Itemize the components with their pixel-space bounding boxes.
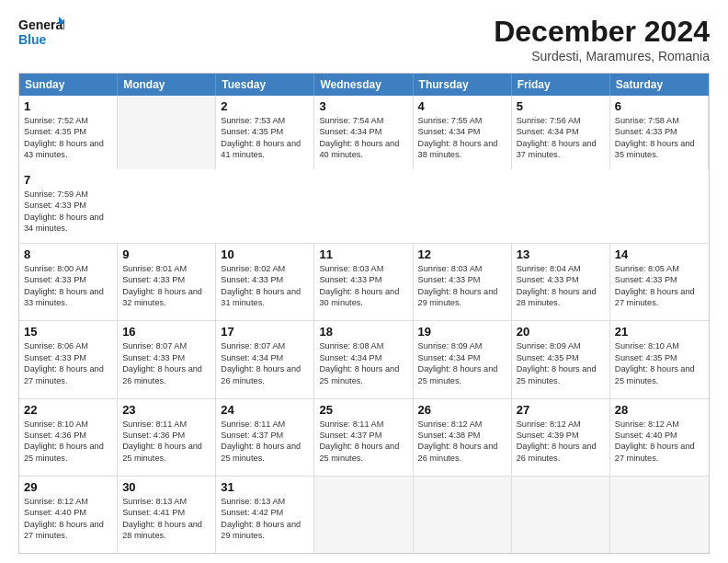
daylight-text: Daylight: 8 hours and 27 minutes. [24,519,112,542]
daylight-text: Daylight: 8 hours and 25 minutes. [319,441,407,464]
calendar-header-cell: Sunday [19,74,118,96]
calendar-header-cell: Tuesday [216,74,314,96]
sunset-text: Sunset: 4:33 PM [615,126,703,137]
day-number: 5 [517,99,605,113]
calendar-cell [414,477,512,553]
subtitle: Surdesti, Maramures, Romania [494,49,710,63]
sunset-text: Sunset: 4:37 PM [221,430,309,441]
daylight-text: Daylight: 8 hours and 26 minutes. [221,363,309,386]
sunset-text: Sunset: 4:35 PM [517,352,605,363]
sunrise-text: Sunrise: 8:12 AM [24,496,112,507]
calendar-week: 29 Sunrise: 8:12 AM Sunset: 4:40 PM Dayl… [19,477,709,553]
sunrise-text: Sunrise: 8:00 AM [24,263,112,274]
calendar-header-cell: Thursday [414,74,512,96]
page: General Blue December 2024 Surdesti, Mar… [0,0,728,563]
daylight-text: Daylight: 8 hours and 27 minutes. [615,286,704,309]
sunrise-text: Sunrise: 8:04 AM [517,263,605,274]
sunrise-text: Sunrise: 7:53 AM [221,115,309,126]
daylight-text: Daylight: 8 hours and 26 minutes. [517,441,605,464]
day-number: 10 [221,247,309,261]
daylight-text: Daylight: 8 hours and 27 minutes. [24,363,112,386]
daylight-text: Daylight: 8 hours and 26 minutes. [122,363,210,386]
calendar-cell: 8 Sunrise: 8:00 AM Sunset: 4:33 PM Dayli… [19,244,118,320]
sunset-text: Sunset: 4:33 PM [319,274,407,285]
calendar-cell: 25 Sunrise: 8:11 AM Sunset: 4:37 PM Dayl… [314,399,413,476]
sunrise-text: Sunrise: 7:56 AM [517,115,605,126]
sunset-text: Sunset: 4:35 PM [221,126,309,137]
sunset-text: Sunset: 4:34 PM [517,126,605,137]
calendar-cell [610,477,709,553]
sunset-text: Sunset: 4:33 PM [221,274,309,285]
daylight-text: Daylight: 8 hours and 34 minutes. [24,212,113,235]
calendar-cell: 5 Sunrise: 7:56 AM Sunset: 4:34 PM Dayli… [512,96,610,169]
sunset-text: Sunset: 4:36 PM [24,430,112,441]
sunrise-text: Sunrise: 8:11 AM [122,419,210,430]
sunset-text: Sunset: 4:33 PM [122,274,210,285]
day-number: 6 [615,99,703,113]
day-number: 23 [122,403,210,417]
day-number: 30 [122,480,210,494]
calendar-cell: 29 Sunrise: 8:12 AM Sunset: 4:40 PM Dayl… [19,477,118,553]
daylight-text: Daylight: 8 hours and 37 minutes. [517,138,605,161]
calendar-cell: 6 Sunrise: 7:58 AM Sunset: 4:33 PM Dayli… [610,96,709,169]
sunset-text: Sunset: 4:34 PM [418,352,506,363]
daylight-text: Daylight: 8 hours and 40 minutes. [319,138,407,161]
sunset-text: Sunset: 4:33 PM [615,274,704,285]
day-number: 11 [319,247,407,261]
day-number: 24 [221,403,309,417]
calendar-header-cell: Saturday [610,74,709,96]
calendar-cell: 28 Sunrise: 8:12 AM Sunset: 4:40 PM Dayl… [610,399,709,476]
calendar-cell: 4 Sunrise: 7:55 AM Sunset: 4:34 PM Dayli… [414,96,512,169]
daylight-text: Daylight: 8 hours and 30 minutes. [319,286,407,309]
sunrise-text: Sunrise: 7:58 AM [615,115,703,126]
day-number: 2 [221,99,309,113]
sunrise-text: Sunrise: 7:59 AM [24,189,113,200]
calendar-cell: 24 Sunrise: 8:11 AM Sunset: 4:37 PM Dayl… [216,399,314,476]
sunrise-text: Sunrise: 8:09 AM [517,340,605,351]
daylight-text: Daylight: 8 hours and 35 minutes. [615,138,703,161]
calendar-cell [314,477,413,553]
title-block: December 2024 Surdesti, Maramures, Roman… [494,15,710,63]
sunrise-text: Sunrise: 8:05 AM [615,263,704,274]
day-number: 18 [319,325,407,339]
calendar-cell: 12 Sunrise: 8:03 AM Sunset: 4:33 PM Dayl… [414,244,512,320]
day-number: 21 [615,325,704,339]
daylight-text: Daylight: 8 hours and 41 minutes. [221,138,309,161]
day-number: 19 [418,325,506,339]
day-number: 12 [418,247,506,261]
daylight-text: Daylight: 8 hours and 28 minutes. [122,519,210,542]
sunrise-text: Sunrise: 8:10 AM [615,340,704,351]
day-number: 31 [221,480,309,494]
daylight-text: Daylight: 8 hours and 29 minutes. [418,286,506,309]
day-number: 16 [122,325,210,339]
sunrise-text: Sunrise: 7:55 AM [418,115,506,126]
day-number: 20 [517,325,605,339]
calendar: SundayMondayTuesdayWednesdayThursdayFrid… [18,73,710,554]
sunset-text: Sunset: 4:33 PM [418,274,506,285]
daylight-text: Daylight: 8 hours and 25 minutes. [24,441,112,464]
sunrise-text: Sunrise: 8:13 AM [122,496,210,507]
sunrise-text: Sunrise: 8:06 AM [24,340,112,351]
sunset-text: Sunset: 4:35 PM [615,352,704,363]
calendar-cell [118,96,216,169]
sunrise-text: Sunrise: 8:07 AM [122,340,210,351]
daylight-text: Daylight: 8 hours and 26 minutes. [418,441,506,464]
calendar-cell: 18 Sunrise: 8:08 AM Sunset: 4:34 PM Dayl… [314,321,413,397]
daylight-text: Daylight: 8 hours and 25 minutes. [221,441,309,464]
calendar-cell: 17 Sunrise: 8:07 AM Sunset: 4:34 PM Dayl… [216,321,314,397]
calendar-cell: 11 Sunrise: 8:03 AM Sunset: 4:33 PM Dayl… [314,244,413,320]
day-number: 8 [24,247,112,261]
day-number: 17 [221,325,309,339]
svg-text:Blue: Blue [18,32,47,47]
calendar-cell: 15 Sunrise: 8:06 AM Sunset: 4:33 PM Dayl… [19,321,118,397]
sunrise-text: Sunrise: 8:08 AM [319,340,407,351]
sunset-text: Sunset: 4:42 PM [221,507,309,518]
calendar-cell: 3 Sunrise: 7:54 AM Sunset: 4:34 PM Dayli… [314,96,413,169]
sunset-text: Sunset: 4:34 PM [418,126,506,137]
calendar-cell: 22 Sunrise: 8:10 AM Sunset: 4:36 PM Dayl… [19,399,118,476]
day-number: 1 [24,99,112,113]
daylight-text: Daylight: 8 hours and 33 minutes. [24,286,112,309]
calendar-body: 1 Sunrise: 7:52 AM Sunset: 4:35 PM Dayli… [19,96,709,553]
day-number: 3 [319,99,407,113]
svg-text:General: General [18,17,64,32]
